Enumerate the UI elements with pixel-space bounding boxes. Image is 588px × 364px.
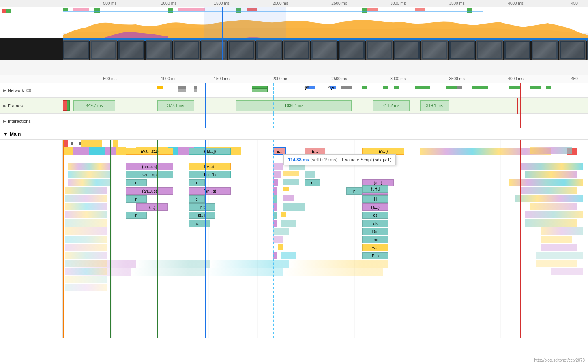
- flame-row3-2: [283, 171, 299, 176]
- net-bar-6: [252, 86, 268, 89]
- flame-row-1: Eval...s:1) Par...]) E... E... Ev...): [63, 147, 588, 155]
- flame-dotdot[interactable]: (...): [136, 203, 168, 211]
- flame-e-selected[interactable]: E...: [273, 148, 286, 155]
- flame-row-11: mo: [63, 236, 588, 244]
- time-3000-top: 3000 ms: [390, 1, 406, 6]
- flame-green-vline-2: [157, 140, 158, 338]
- screenshot-18: [532, 40, 558, 60]
- flame-anus-2[interactable]: (an...us): [126, 187, 173, 195]
- screenshot-4: [146, 40, 172, 60]
- flame-left-16: [65, 276, 107, 283]
- network-arrow-icon: ▶: [3, 88, 6, 92]
- flame-w[interactable]: w...: [362, 244, 388, 251]
- flame-n-2[interactable]: n: [305, 179, 320, 186]
- frames-content: 449.7 ms 377.1 ms 1036.1 ms 411.2 ms 319…: [63, 98, 588, 114]
- flame-eval-block[interactable]: Eval...s:1): [126, 148, 173, 155]
- interactions-label[interactable]: ▶ Interactions: [0, 114, 63, 128]
- svg-rect-0: [27, 89, 31, 92]
- time-3500-bottom: 3500 ms: [449, 77, 464, 81]
- time-4000-top: 4000 ms: [508, 1, 523, 6]
- flame-label-area: [0, 140, 63, 338]
- flame-left-8: [65, 211, 107, 218]
- screenshot-13: [394, 40, 420, 60]
- flame-n-3[interactable]: n: [346, 187, 362, 195]
- flame-cs[interactable]: cs: [362, 212, 388, 219]
- frame-block-449: 449.7 ms: [73, 100, 116, 111]
- flame-e[interactable]: e: [189, 195, 205, 203]
- time-4500-bottom: 450: [571, 77, 578, 81]
- net-red-vline: [520, 83, 521, 98]
- time-2000-bottom: 2000 ms: [273, 77, 288, 81]
- flame-row3-3: [305, 171, 315, 178]
- flame-left-10: [65, 227, 107, 235]
- flame-row-6: n e H h.Hd: [63, 195, 588, 203]
- frames-dashed-vline: [273, 98, 274, 114]
- net-label-w: w: [328, 85, 331, 89]
- flame-e-block[interactable]: E...: [305, 148, 326, 155]
- flame-anus-1[interactable]: (an...us): [126, 163, 173, 170]
- flame-right-7: [530, 203, 578, 210]
- flame-dm[interactable]: Dm: [362, 228, 388, 235]
- flame-ds[interactable]: ds: [362, 220, 388, 227]
- flame-row-8: n st...ll cs: [63, 211, 588, 219]
- frames-blue-vline: [205, 98, 206, 114]
- net-bar-w: w: [330, 86, 336, 89]
- flame-n-5[interactable]: n: [126, 212, 147, 219]
- flame-mo[interactable]: mo: [362, 236, 388, 243]
- flame-chart-container: Eval...s:1) Par...]) E... E... Ev...): [0, 140, 588, 338]
- net-bar-15: [457, 86, 462, 89]
- flame-row2-2: [289, 163, 305, 170]
- flame-hHd[interactable]: h.Hd: [362, 185, 388, 193]
- main-row-header[interactable]: ▼ Main: [0, 128, 588, 140]
- fr-yellow-2: [86, 140, 102, 147]
- flame-row8-2: [281, 212, 286, 217]
- flame-right-15: [551, 268, 583, 275]
- flame-a-3[interactable]: (a...): [362, 203, 388, 211]
- net-label-v: v: [307, 85, 309, 89]
- url-watermark: http://blog.sditpnet/cctv2078: [534, 358, 585, 362]
- flame-row-15: [63, 268, 588, 276]
- time-ruler-top: 500 ms 1000 ms 1500 ms 2000 ms 2500 ms 3…: [0, 0, 588, 7]
- screenshot-7: [228, 40, 255, 60]
- flame-right-12: [541, 244, 577, 251]
- flame-blue-vline-solid: [205, 140, 206, 338]
- net-bar-16: [472, 86, 488, 89]
- flame-winnp[interactable]: win...np: [126, 171, 173, 178]
- flame-left-3: [68, 171, 110, 178]
- flame-r[interactable]: r: [189, 179, 205, 186]
- flame-fu1[interactable]: Fu...1): [189, 171, 231, 178]
- flame-orange-vline: [63, 140, 64, 338]
- net-bar-18: [530, 86, 541, 89]
- flame-init[interactable]: init: [189, 203, 215, 211]
- flame-red-vline: [520, 140, 521, 338]
- flame-p[interactable]: P...): [362, 252, 388, 259]
- net-bar-11: [383, 86, 388, 89]
- net-bar-14: [446, 86, 457, 89]
- time-1000-top: 1000 ms: [161, 1, 176, 6]
- frames-label[interactable]: ▶ Frames: [0, 98, 63, 113]
- time-1500-bottom: 1500 ms: [214, 77, 229, 81]
- flame-left-11: [65, 236, 107, 243]
- flame-ev-block[interactable]: Ev...): [362, 148, 404, 155]
- flame-evd[interactable]: Ev...d): [189, 163, 231, 170]
- net-bar-13: [415, 86, 431, 89]
- flame-st[interactable]: s...t: [189, 220, 210, 227]
- network-label[interactable]: ▶ Network: [0, 83, 63, 97]
- flame-n-1[interactable]: n: [126, 179, 147, 186]
- screenshot-8: [256, 40, 282, 60]
- main-label-text: Main: [10, 131, 21, 137]
- flame-ans[interactable]: (an...s): [189, 187, 231, 195]
- interactions-row: ▶ Interactions: [0, 114, 588, 128]
- flame-stll[interactable]: st...ll: [189, 212, 215, 219]
- flame-row11-1: [273, 236, 283, 243]
- frames-red-vline: [520, 98, 521, 114]
- flame-parse-block[interactable]: Par...]): [189, 148, 231, 155]
- flame-right-1: [530, 147, 573, 154]
- frame-block-377: 377.1 ms: [157, 100, 194, 111]
- flame-chart[interactable]: Eval...s:1) Par...]) E... E... Ev...): [63, 140, 588, 338]
- flame-H[interactable]: H: [362, 195, 388, 203]
- flame-left-14: [65, 260, 107, 267]
- frame-block-1036: 1036.1 ms: [236, 100, 352, 111]
- flame-left-13: [65, 252, 107, 259]
- flame-n-4[interactable]: n: [126, 195, 147, 203]
